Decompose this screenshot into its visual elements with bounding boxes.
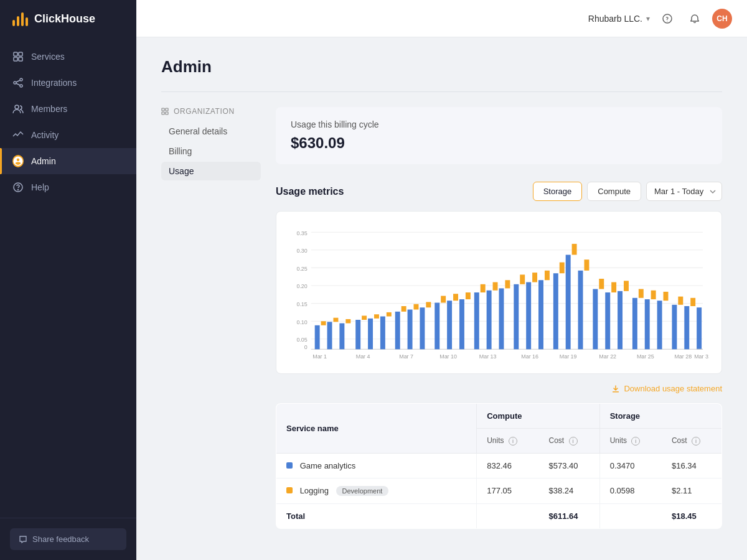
svg-rect-38 xyxy=(339,324,344,350)
svg-rect-1 xyxy=(19,52,22,56)
storage-cost-cell: $2.11 xyxy=(662,478,722,503)
total-row: Total $611.64 $18.45 xyxy=(276,503,722,528)
bell-icon xyxy=(690,14,700,24)
notifications-button[interactable] xyxy=(685,9,705,29)
total-storage-cost: $18.45 xyxy=(662,503,722,528)
help-button[interactable] xyxy=(657,9,677,29)
total-compute-cost: $611.64 xyxy=(538,503,599,528)
svg-rect-43 xyxy=(374,314,379,319)
svg-rect-79 xyxy=(611,282,616,293)
metrics-header: Usage metrics Storage Compute Mar 1 - To… xyxy=(276,182,722,201)
members-icon xyxy=(12,103,24,114)
sidebar-item-label: Members xyxy=(31,104,67,114)
subnav-general-details[interactable]: General details xyxy=(161,122,261,141)
sidebar-item-services[interactable]: Services xyxy=(0,44,136,70)
svg-rect-61 xyxy=(493,282,498,291)
svg-rect-64 xyxy=(514,284,519,350)
help-icon xyxy=(12,182,24,193)
download-icon xyxy=(611,385,620,393)
svg-rect-40 xyxy=(355,320,360,349)
compute-units-cell: 832.46 xyxy=(477,453,539,478)
svg-rect-72 xyxy=(566,255,571,350)
svg-rect-76 xyxy=(593,289,598,350)
info-icon: i xyxy=(569,437,578,446)
main-content: Rhubarb LLC. ▾ CH Admin xyxy=(136,0,747,560)
sidebar-item-activity[interactable]: Activity xyxy=(0,122,136,148)
total-label: Total xyxy=(276,503,477,528)
svg-rect-54 xyxy=(447,301,452,349)
usage-table: Service name Compute Storage Units xyxy=(276,403,722,529)
tab-compute[interactable]: Compute xyxy=(587,182,641,201)
svg-rect-67 xyxy=(532,273,537,282)
billing-card: Usage this billing cycle $630.09 xyxy=(276,107,722,164)
download-button[interactable]: Download usage statement xyxy=(611,384,722,393)
logo-text: ClickHouse xyxy=(34,12,95,26)
feedback-icon xyxy=(19,535,27,544)
total-compute-units xyxy=(477,503,539,528)
svg-text:Mar 13: Mar 13 xyxy=(479,352,497,360)
svg-point-11 xyxy=(18,190,19,190)
svg-text:0.10: 0.10 xyxy=(296,318,307,325)
sidebar-item-label: Help xyxy=(31,182,49,192)
svg-rect-91 xyxy=(690,298,695,306)
billing-label: Usage this billing cycle xyxy=(291,119,707,129)
subnav-billing[interactable]: Billing xyxy=(161,142,261,161)
svg-rect-84 xyxy=(645,299,650,349)
service-color-dot xyxy=(286,462,293,469)
svg-text:Mar 31: Mar 31 xyxy=(694,352,709,360)
svg-rect-41 xyxy=(362,315,367,320)
sidebar-item-admin[interactable]: Admin xyxy=(0,148,136,174)
svg-rect-77 xyxy=(599,279,604,289)
svg-rect-0 xyxy=(14,52,17,56)
col-storage-cost: Cost i xyxy=(662,429,722,454)
svg-rect-65 xyxy=(520,274,525,284)
svg-rect-71 xyxy=(560,263,565,274)
svg-rect-68 xyxy=(538,280,543,349)
service-color-dot xyxy=(286,487,293,493)
svg-rect-35 xyxy=(321,321,326,325)
total-storage-units xyxy=(599,503,662,528)
svg-rect-70 xyxy=(553,273,558,349)
compute-cost-cell: $38.24 xyxy=(538,478,599,503)
svg-rect-75 xyxy=(584,259,589,271)
usage-chart: 0.35 0.30 0.25 0.20 0.15 0.10 0.05 0 xyxy=(289,224,709,361)
tab-storage[interactable]: Storage xyxy=(533,182,583,201)
sidebar-item-help[interactable]: Help xyxy=(0,174,136,200)
page-title: Admin xyxy=(161,57,722,77)
svg-text:0.35: 0.35 xyxy=(296,229,307,236)
svg-rect-49 xyxy=(414,304,419,310)
storage-cost-cell: $16.34 xyxy=(662,453,722,478)
org-name: Rhubarb LLC. xyxy=(588,14,642,24)
svg-rect-59 xyxy=(481,284,486,292)
topbar: Rhubarb LLC. ▾ CH xyxy=(136,0,747,37)
sidebar-item-integrations[interactable]: Integrations xyxy=(0,70,136,96)
svg-rect-92 xyxy=(697,307,702,349)
admin-main-panel: Usage this billing cycle $630.09 Usage m… xyxy=(276,107,722,529)
svg-rect-3 xyxy=(19,57,22,61)
share-feedback-button[interactable]: Share feedback xyxy=(10,528,126,550)
service-badge: Development xyxy=(336,486,389,496)
storage-units-cell: 0.3470 xyxy=(599,453,662,478)
svg-rect-87 xyxy=(664,292,669,301)
org-selector[interactable]: Rhubarb LLC. ▾ xyxy=(588,14,650,24)
svg-text:Mar 28: Mar 28 xyxy=(674,352,692,360)
compute-units-cell: 177.05 xyxy=(477,478,539,503)
svg-rect-60 xyxy=(487,291,492,350)
svg-rect-47 xyxy=(402,306,406,312)
svg-rect-80 xyxy=(618,291,622,350)
sidebar-bottom: Share feedback xyxy=(0,518,136,560)
svg-rect-44 xyxy=(380,317,385,350)
sidebar-item-members[interactable]: Members xyxy=(0,96,136,122)
svg-text:0.30: 0.30 xyxy=(296,247,307,254)
svg-rect-58 xyxy=(474,292,479,349)
user-avatar[interactable]: CH xyxy=(712,9,732,29)
info-icon: i xyxy=(509,437,517,446)
svg-text:0.25: 0.25 xyxy=(296,264,307,272)
subnav-section-label: Organization xyxy=(161,107,261,116)
svg-text:Mar 4: Mar 4 xyxy=(356,352,370,360)
subnav-usage[interactable]: Usage xyxy=(161,162,261,180)
svg-rect-57 xyxy=(466,292,471,299)
logo[interactable]: ClickHouse xyxy=(0,0,136,37)
svg-text:Mar 10: Mar 10 xyxy=(439,352,457,360)
date-range-select[interactable]: Mar 1 - Today Feb 1 - Mar 1 Jan 1 - Feb … xyxy=(646,182,722,201)
